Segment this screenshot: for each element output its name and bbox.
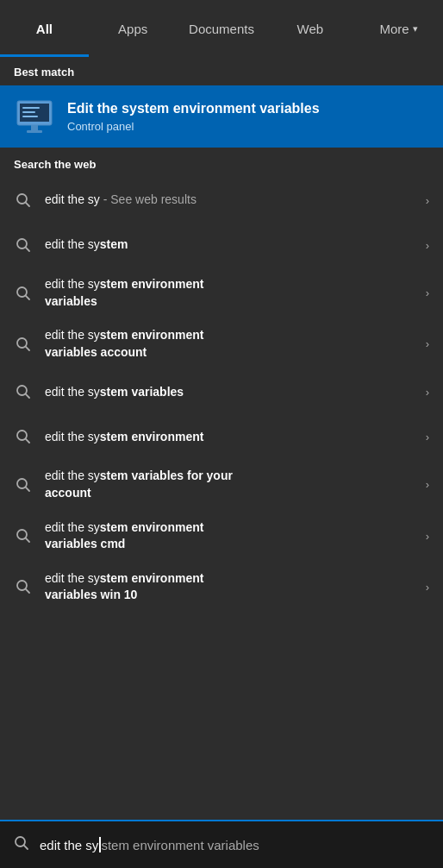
result-text: edit the system environment <box>45 429 419 446</box>
list-item[interactable]: edit the system variables › <box>0 369 443 414</box>
control-panel-icon <box>14 96 55 137</box>
chevron-right-icon: › <box>426 194 429 207</box>
search-icon <box>14 427 33 446</box>
best-match-text: Edit the system environment variables Co… <box>67 100 320 134</box>
svg-line-12 <box>26 295 29 299</box>
best-match-section-label: Best match <box>0 57 443 85</box>
list-item[interactable]: edit the sy - See web results › <box>0 178 443 223</box>
svg-line-14 <box>26 346 29 349</box>
tab-bar: All Apps Documents Web More ▾ <box>0 0 443 57</box>
list-item[interactable]: edit the system environmentvariables › <box>0 267 443 318</box>
svg-line-26 <box>24 846 28 849</box>
list-item[interactable]: edit the system environmentvariables win… <box>0 562 443 613</box>
search-icon <box>14 335 33 354</box>
search-icon <box>14 236 33 255</box>
tab-web-label: Web <box>297 22 324 36</box>
search-icon <box>14 475 33 494</box>
svg-rect-5 <box>31 125 38 130</box>
search-icon <box>14 577 33 596</box>
list-item[interactable]: edit the system environmentvariables cmd… <box>0 511 443 562</box>
svg-rect-4 <box>22 116 38 117</box>
result-text: edit the sy - See web results <box>45 192 419 209</box>
tab-all[interactable]: All <box>0 0 89 57</box>
search-typed-text: edit the sy <box>40 838 98 852</box>
tab-apps-label: Apps <box>118 22 147 36</box>
svg-line-10 <box>26 248 29 251</box>
chevron-down-icon: ▾ <box>413 23 418 35</box>
svg-line-22 <box>26 538 29 542</box>
chevron-right-icon: › <box>426 337 429 350</box>
tab-documents[interactable]: Documents <box>178 0 266 57</box>
result-text: edit the system <box>45 236 419 254</box>
chevron-right-icon: › <box>426 239 429 252</box>
chevron-right-icon: › <box>426 530 429 543</box>
svg-line-20 <box>26 487 29 491</box>
chevron-right-icon: › <box>426 431 429 443</box>
best-match-title: Edit the system environment variables <box>67 100 320 118</box>
tab-more[interactable]: More ▾ <box>354 0 443 57</box>
best-match-subtitle: Control panel <box>67 120 320 133</box>
result-text: edit the system environmentvariables acc… <box>45 327 419 361</box>
search-icon <box>14 284 33 303</box>
chevron-right-icon: › <box>426 286 429 299</box>
chevron-right-icon: › <box>426 478 429 491</box>
list-item[interactable]: edit the system environmentvariables acc… <box>0 318 443 369</box>
chevron-right-icon: › <box>426 386 429 399</box>
tab-apps[interactable]: Apps <box>89 0 178 57</box>
list-item[interactable]: edit the system › <box>0 223 443 267</box>
tab-more-label: More <box>379 22 409 36</box>
result-text: edit the system environmentvariables win… <box>45 570 419 604</box>
svg-line-18 <box>26 439 29 443</box>
result-text: edit the system variables <box>45 384 419 401</box>
search-bar[interactable]: edit the system environment variables <box>0 820 443 868</box>
search-ghost-text: stem environment variables <box>101 838 259 852</box>
svg-rect-2 <box>22 107 40 109</box>
search-icon <box>14 382 33 401</box>
list-item[interactable]: edit the system variables for youraccoun… <box>0 459 443 510</box>
tab-documents-label: Documents <box>189 22 254 36</box>
chevron-right-icon: › <box>426 581 429 594</box>
svg-line-24 <box>26 589 29 593</box>
result-text: edit the system environmentvariables <box>45 276 419 310</box>
tab-web[interactable]: Web <box>265 0 354 57</box>
best-match-item[interactable]: Edit the system environment variables Co… <box>0 85 443 148</box>
result-text: edit the system environmentvariables cmd <box>45 519 419 553</box>
result-list: edit the sy - See web results › edit the… <box>0 178 443 820</box>
svg-rect-6 <box>27 130 42 133</box>
tab-all-label: All <box>36 22 53 36</box>
result-text: edit the system variables for youraccoun… <box>45 468 419 501</box>
search-icon <box>14 526 33 545</box>
svg-line-16 <box>26 394 29 398</box>
svg-rect-3 <box>22 111 35 113</box>
search-bar-icon <box>14 835 29 854</box>
search-icon <box>14 191 33 210</box>
web-section-label: Search the web <box>0 148 443 178</box>
svg-line-8 <box>26 203 29 206</box>
list-item[interactable]: edit the system environment › <box>0 414 443 459</box>
search-input[interactable]: edit the system environment variables <box>40 837 259 852</box>
